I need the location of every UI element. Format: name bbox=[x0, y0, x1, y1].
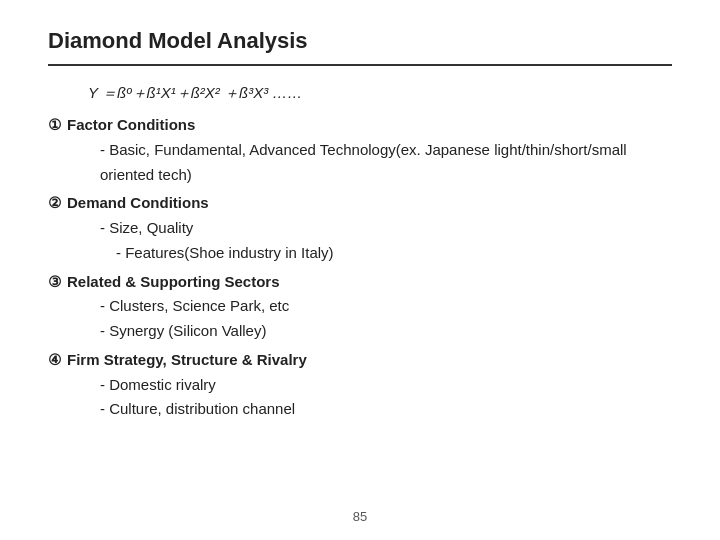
section-1-num: ① bbox=[48, 113, 61, 138]
section-4-num: ④ bbox=[48, 348, 61, 373]
section-1-label: Factor Conditions bbox=[67, 113, 195, 138]
section-4-item-2: - Culture, distribution channel bbox=[100, 397, 672, 422]
section-2-item-1: - Size, Quality bbox=[100, 216, 672, 241]
section-3-item-1: - Clusters, Science Park, etc bbox=[100, 294, 672, 319]
section-1-heading: ① Factor Conditions bbox=[48, 113, 672, 138]
slide-container: Diamond Model Analysis Y ＝ßº＋ß¹X¹＋ß²X² ＋… bbox=[0, 0, 720, 540]
section-4-label: Firm Strategy, Structure & Rivalry bbox=[67, 348, 307, 373]
section-2-num: ② bbox=[48, 191, 61, 216]
section-4-heading: ④ Firm Strategy, Structure & Rivalry bbox=[48, 348, 672, 373]
content-area: ① Factor Conditions - Basic, Fundamental… bbox=[48, 113, 672, 422]
section-1-item-1: - Basic, Fundamental, Advanced Technolog… bbox=[100, 138, 672, 188]
section-3-label: Related & Supporting Sectors bbox=[67, 270, 280, 295]
section-3-item-2: - Synergy (Silicon Valley) bbox=[100, 319, 672, 344]
formula: Y ＝ßº＋ß¹X¹＋ß²X² ＋ß³X³ …… bbox=[88, 84, 672, 103]
section-4-item-1: - Domestic rivalry bbox=[100, 373, 672, 398]
title-divider bbox=[48, 64, 672, 66]
section-2-item-2: - Features(Shoe industry in Italy) bbox=[116, 241, 672, 266]
section-2-heading: ② Demand Conditions bbox=[48, 191, 672, 216]
section-3-num: ③ bbox=[48, 270, 61, 295]
slide-title: Diamond Model Analysis bbox=[48, 28, 672, 54]
section-2-label: Demand Conditions bbox=[67, 191, 209, 216]
page-number: 85 bbox=[353, 509, 367, 524]
section-3-heading: ③ Related & Supporting Sectors bbox=[48, 270, 672, 295]
